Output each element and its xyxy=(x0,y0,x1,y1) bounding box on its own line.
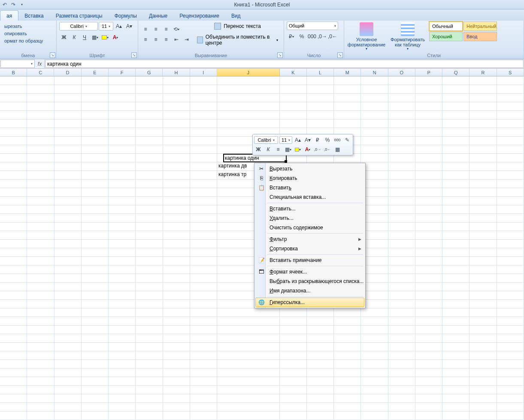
cell[interactable] xyxy=(163,76,190,85)
cell[interactable] xyxy=(469,394,497,403)
cell[interactable] xyxy=(415,162,442,171)
cell[interactable] xyxy=(136,171,163,180)
cell[interactable] xyxy=(334,368,361,377)
cell[interactable] xyxy=(388,94,415,102)
cell[interactable] xyxy=(136,257,163,265)
cell[interactable] xyxy=(82,343,109,351)
ctx-фильтр[interactable]: Фильтр▶ xyxy=(255,234,364,244)
cell[interactable] xyxy=(0,197,27,205)
cell[interactable] xyxy=(388,119,415,128)
orientation-icon[interactable]: ⟲▾ xyxy=(172,24,181,34)
cell[interactable] xyxy=(163,231,190,240)
cell[interactable] xyxy=(163,308,190,317)
cell[interactable] xyxy=(415,94,442,102)
cell[interactable] xyxy=(109,334,136,343)
cell[interactable] xyxy=(27,85,54,94)
cell[interactable] xyxy=(55,411,82,420)
cell[interactable] xyxy=(361,403,388,411)
cell[interactable] xyxy=(469,248,497,257)
cell[interactable] xyxy=(497,205,524,214)
cell[interactable] xyxy=(388,111,415,119)
cell[interactable] xyxy=(136,265,163,274)
cell[interactable] xyxy=(469,222,497,231)
cell[interactable] xyxy=(109,197,136,205)
cell[interactable] xyxy=(109,205,136,214)
cell[interactable] xyxy=(190,377,217,386)
cell[interactable] xyxy=(136,111,163,119)
ctx-вставить-[interactable]: Вставить... xyxy=(255,204,364,213)
cell[interactable] xyxy=(307,94,334,102)
cell[interactable] xyxy=(217,111,280,119)
cell[interactable] xyxy=(442,291,469,300)
cell[interactable] xyxy=(0,300,27,308)
cell[interactable] xyxy=(55,403,82,411)
cell[interactable] xyxy=(136,145,163,154)
cell[interactable] xyxy=(190,283,217,291)
cell[interactable] xyxy=(55,368,82,377)
cell[interactable] xyxy=(307,377,334,386)
cell-style-normal[interactable]: Обычный xyxy=(429,21,463,31)
cell[interactable] xyxy=(163,360,190,368)
cell[interactable] xyxy=(497,137,524,145)
cell[interactable] xyxy=(469,377,497,386)
cell[interactable] xyxy=(163,214,190,222)
cell[interactable] xyxy=(190,231,217,240)
mini-currency-icon[interactable]: ₽ xyxy=(313,136,322,144)
cell[interactable] xyxy=(497,368,524,377)
cell[interactable] xyxy=(217,394,280,403)
cell[interactable] xyxy=(497,317,524,326)
column-header-l[interactable]: L xyxy=(307,69,334,76)
cell[interactable] xyxy=(388,265,415,274)
column-header-q[interactable]: Q xyxy=(442,69,469,76)
cell[interactable] xyxy=(469,76,497,85)
cell[interactable] xyxy=(442,257,469,265)
cell[interactable] xyxy=(190,394,217,403)
cell[interactable] xyxy=(163,326,190,334)
cell[interactable] xyxy=(109,343,136,351)
cell[interactable] xyxy=(163,274,190,283)
cell[interactable] xyxy=(82,283,109,291)
cell[interactable] xyxy=(469,188,497,197)
cell[interactable] xyxy=(415,248,442,257)
mini-fill-color-icon[interactable]: ▾ xyxy=(294,145,302,154)
align-left-icon[interactable]: ≡ xyxy=(141,35,150,44)
cell[interactable] xyxy=(497,283,524,291)
cell[interactable] xyxy=(109,222,136,231)
cell[interactable] xyxy=(280,308,307,317)
cell[interactable] xyxy=(361,128,388,137)
cell[interactable] xyxy=(415,180,442,188)
cell[interactable] xyxy=(388,222,415,231)
cell[interactable] xyxy=(442,411,469,420)
cell[interactable] xyxy=(442,94,469,102)
tab-view[interactable]: Вид xyxy=(225,11,247,21)
cell[interactable] xyxy=(82,308,109,317)
cell[interactable] xyxy=(27,162,54,171)
cell[interactable] xyxy=(27,76,54,85)
cell[interactable] xyxy=(136,76,163,85)
cell[interactable] xyxy=(55,197,82,205)
cell[interactable] xyxy=(442,317,469,326)
cell[interactable] xyxy=(109,94,136,102)
cell[interactable] xyxy=(0,351,27,360)
cell[interactable] xyxy=(82,403,109,411)
cell[interactable] xyxy=(109,180,136,188)
cell[interactable] xyxy=(497,231,524,240)
cell[interactable] xyxy=(469,300,497,308)
cell[interactable] xyxy=(27,240,54,248)
cell[interactable] xyxy=(55,274,82,283)
cell[interactable] xyxy=(190,351,217,360)
cell[interactable] xyxy=(217,360,280,368)
cell[interactable] xyxy=(27,137,54,145)
cell[interactable] xyxy=(469,137,497,145)
column-header-c[interactable]: C xyxy=(27,69,54,76)
cell[interactable] xyxy=(82,368,109,377)
cell[interactable] xyxy=(307,85,334,94)
cell[interactable] xyxy=(469,386,497,394)
cell[interactable] xyxy=(27,154,54,162)
cell[interactable] xyxy=(280,119,307,128)
cell[interactable] xyxy=(497,308,524,317)
mini-borders-icon[interactable]: ▦▾ xyxy=(284,145,292,154)
cell[interactable] xyxy=(217,94,280,102)
cell[interactable] xyxy=(190,343,217,351)
name-box[interactable]: ▾ xyxy=(0,60,35,68)
